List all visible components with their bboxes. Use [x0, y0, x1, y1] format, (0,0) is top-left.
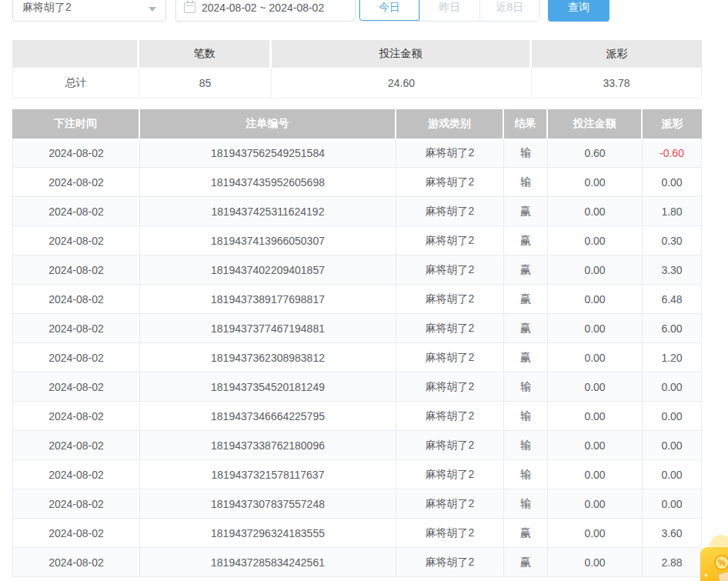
records-col-header-2: 游戏类别: [396, 109, 504, 139]
table-row: 2024-08-021819437389177698817麻将胡了2赢0.006…: [12, 285, 702, 314]
table-row: 2024-08-021819437413966050307麻将胡了2赢0.000…: [12, 226, 702, 255]
cell-time: 2024-08-02: [12, 460, 140, 489]
table-row: 2024-08-021819437321578117637麻将胡了2输0.000…: [12, 460, 702, 489]
records-col-header-5: 派彩: [643, 109, 702, 139]
cell-result: 赢: [504, 548, 548, 577]
records-col-header-3: 结果: [504, 109, 548, 139]
coin-icon: %: [714, 555, 728, 570]
cell-game: 麻将胡了2: [396, 548, 504, 577]
table-row: 2024-08-021819437296324183555麻将胡了2赢0.003…: [12, 519, 702, 548]
cell-result: 赢: [504, 314, 548, 343]
cell-payout: 0.00: [643, 402, 702, 431]
cell-bet: 0.00: [548, 197, 643, 226]
search-button[interactable]: 查询: [548, 0, 609, 22]
filter-toolbar: 麻将胡了2 2024-08-02 ~ 2024-08-02 今日昨日近8日 查询: [12, 0, 728, 22]
cell-game: 麻将胡了2: [396, 168, 504, 197]
quick-range-button-2[interactable]: 近8日: [479, 0, 539, 21]
table-row: 2024-08-021819437435952605698麻将胡了2输0.000…: [12, 168, 702, 197]
cell-payout: 1.20: [643, 343, 702, 372]
cell-result: 输: [504, 460, 548, 489]
cell-game: 麻将胡了2: [396, 226, 504, 255]
promo-float-button[interactable]: % ✦: [693, 536, 728, 581]
summary-payout: 33.78: [532, 68, 702, 99]
cell-time: 2024-08-02: [12, 226, 140, 255]
cell-payout: 0.00: [643, 460, 702, 489]
cell-order_no: 1819437338762180096: [140, 431, 396, 460]
promo-square: % ✦: [700, 547, 728, 581]
quick-range-button-0[interactable]: 今日: [359, 0, 419, 21]
game-select[interactable]: 麻将胡了2: [12, 0, 166, 22]
table-row: 2024-08-021819437307837557248麻将胡了2输0.000…: [12, 489, 702, 519]
cell-time: 2024-08-02: [12, 343, 140, 372]
cell-bet: 0.00: [548, 519, 643, 548]
records-header-row: 下注时间注单编号游戏类别结果投注金额派彩: [12, 109, 702, 139]
summary-bet-amount: 24.60: [272, 68, 532, 99]
table-row: 2024-08-021819437354520181249麻将胡了2输0.000…: [12, 372, 702, 402]
cell-bet: 0.00: [548, 343, 643, 372]
caret-down-icon: [149, 7, 156, 12]
cell-payout: -0.60: [643, 139, 702, 168]
cell-payout: 3.30: [643, 255, 702, 285]
cell-game: 麻将胡了2: [396, 431, 504, 460]
table-row: 2024-08-021819437402209401857麻将胡了2赢0.003…: [12, 255, 702, 285]
records-col-header-4: 投注金额: [548, 109, 643, 139]
cell-result: 输: [504, 168, 548, 197]
records-col-header-1: 注单编号: [140, 109, 396, 139]
cell-payout: 0.30: [643, 226, 702, 255]
cell-result: 输: [504, 402, 548, 431]
table-row: 2024-08-021819437425311624192麻将胡了2赢0.001…: [12, 197, 702, 226]
cell-payout: 0.00: [643, 489, 702, 519]
cell-time: 2024-08-02: [12, 519, 140, 548]
records-body: 2024-08-021819437562549251584麻将胡了2输0.60-…: [12, 139, 702, 577]
cell-order_no: 1819437307837557248: [140, 489, 396, 519]
cell-order_no: 1819437402209401857: [140, 255, 396, 285]
cell-order_no: 1819437562549251584: [140, 139, 396, 168]
summary-table: 笔数投注金额派彩 总计 85 24.60 33.78: [12, 40, 702, 99]
cell-bet: 0.00: [548, 402, 643, 431]
cell-time: 2024-08-02: [12, 285, 140, 314]
cell-order_no: 1819437354520181249: [140, 372, 396, 402]
cell-time: 2024-08-02: [12, 372, 140, 402]
cell-payout: 0.00: [643, 168, 702, 197]
date-range-input[interactable]: 2024-08-02 ~ 2024-08-02: [175, 0, 356, 22]
cell-result: 输: [504, 372, 548, 402]
cell-result: 赢: [504, 519, 548, 548]
cell-payout: 0.00: [643, 431, 702, 460]
summary-col-header-3: 派彩: [532, 40, 702, 68]
quick-range-button-1[interactable]: 昨日: [419, 0, 479, 21]
cell-game: 麻将胡了2: [396, 197, 504, 226]
date-range-value: 2024-08-02 ~ 2024-08-02: [202, 2, 324, 14]
summary-col-header-1: 笔数: [139, 40, 272, 68]
cell-payout: 6.00: [643, 314, 702, 343]
quick-range-button-group: 今日昨日近8日: [359, 0, 540, 22]
cell-game: 麻将胡了2: [396, 139, 504, 168]
cell-bet: 0.00: [548, 460, 643, 489]
game-select-value: 麻将胡了2: [22, 1, 72, 15]
cell-time: 2024-08-02: [12, 402, 140, 431]
summary-total-label: 总计: [12, 68, 139, 99]
cell-bet: 0.60: [548, 139, 643, 168]
cell-game: 麻将胡了2: [396, 343, 504, 372]
cell-payout: 6.48: [643, 285, 702, 314]
cell-bet: 0.00: [548, 548, 643, 577]
records-col-header-0: 下注时间: [12, 109, 140, 139]
summary-col-header-2: 投注金额: [272, 40, 532, 68]
cell-bet: 0.00: [548, 168, 643, 197]
cell-order_no: 1819437362308983812: [140, 343, 396, 372]
cell-game: 麻将胡了2: [396, 372, 504, 402]
cell-payout: 0.00: [643, 372, 702, 402]
cell-bet: 0.00: [548, 255, 643, 285]
summary-header-row: 笔数投注金额派彩: [12, 40, 702, 68]
cell-time: 2024-08-02: [12, 255, 140, 285]
cell-game: 麻将胡了2: [396, 285, 504, 314]
cell-game: 麻将胡了2: [396, 255, 504, 285]
cell-order_no: 1819437389177698817: [140, 285, 396, 314]
cell-game: 麻将胡了2: [396, 314, 504, 343]
cell-result: 赢: [504, 197, 548, 226]
cell-bet: 0.00: [548, 431, 643, 460]
cell-result: 赢: [504, 226, 548, 255]
table-row: 2024-08-021819437338762180096麻将胡了2输0.000…: [12, 431, 702, 460]
summary-total-row: 总计 85 24.60 33.78: [12, 68, 702, 99]
cell-bet: 0.00: [548, 226, 643, 255]
sparkle-icon: ✦: [703, 572, 710, 579]
